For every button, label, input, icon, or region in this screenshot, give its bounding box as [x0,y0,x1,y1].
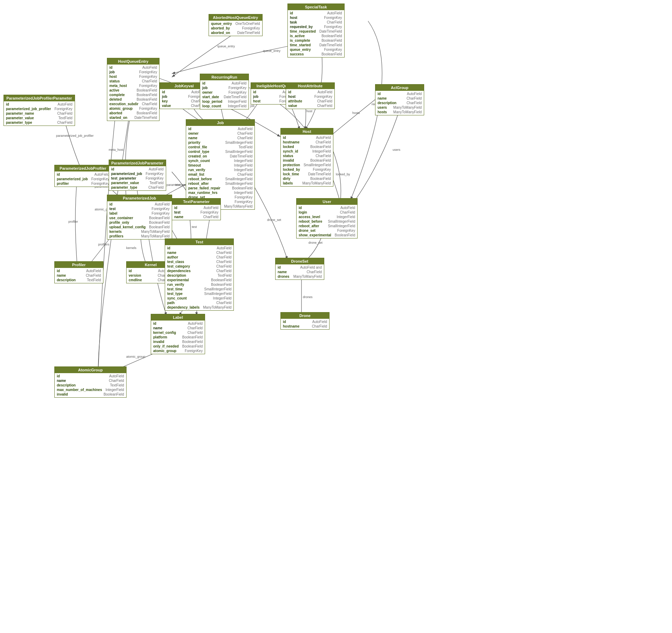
field-row: aborted_onDateTimeField [209,31,262,35]
field-name: deleted [109,97,122,101]
field-row: time_startedDateTimeField [288,43,344,47]
field-type: CharField [216,269,231,273]
field-row: hostForeignKey [286,94,334,99]
field-type: ManyToManyField [393,106,422,109]
field-name: created_on [188,154,207,158]
field-type: ManyToManyField [293,275,322,278]
field-name: hostname [283,324,299,328]
field-name: aborted_by [211,26,230,30]
svg-text:drone_set: drone_set [308,241,323,244]
field-row: atomic_groupForeignKey [151,349,205,353]
entity-body-hostattribute: idAutoFieldhostForeignKeyattributeCharFi… [286,89,334,109]
field-row: usersManyToManyField [375,105,424,110]
field-row: descriptionTextField [55,383,126,388]
field-row: dronesManyToManyField [276,274,324,279]
field-name: key [162,99,168,103]
field-type: BooleanField [211,278,231,282]
entity-header-parameterizedjobprofiler: ParameterizedJobProfiler [55,165,111,171]
entity-body-label: idAutoFieldnameCharFieldkernel_configCha… [151,321,205,354]
field-row: hostnameCharField [281,140,333,144]
field-type: DateTimeField [308,172,331,176]
entity-header-drone: Drone [281,312,329,319]
field-row: descriptionTextField [165,273,233,278]
field-name: meta_host [109,84,127,88]
svg-text:drone_set: drone_set [267,218,281,222]
entity-header-test: Test [165,239,233,245]
field-type: AutoField [94,173,109,176]
field-type: IntegerField [106,388,124,392]
field-name: dirty [283,177,291,181]
field-name: kernel_config [153,331,176,335]
field-name: run_verify [188,168,205,172]
svg-text:queue_entry: queue_entry [263,49,281,53]
entity-body-job: idAutoFieldownerCharFieldnameCharFieldpr… [186,126,254,209]
field-type: AutoField [217,246,231,250]
field-row: dependenciesCharField [165,269,233,273]
field-row: hostnameCharField [281,324,329,329]
field-row: hostForeignKey [107,74,159,79]
field-type: ForeignKey [152,207,170,211]
field-type: TextField [217,274,231,277]
svg-text:locked_by: locked_by [336,173,350,176]
field-type: CharField [237,132,252,135]
field-name: control_type [188,150,209,154]
field-row: parameter_valueTextField [109,181,166,185]
field-type: IntegerField [312,149,331,153]
field-type: ForeignKey [229,90,246,94]
field-row: idAutoField [281,319,329,324]
field-name: parameterized_job_profiler [6,107,51,111]
field-row: synch_countIntegerField [186,159,254,163]
field-type: ForeignKey [139,107,157,110]
field-type: BooleanField [137,111,157,115]
field-name: host [253,99,260,103]
entity-body-test: idAutoFieldnameCharFieldauthorCharFieldt… [165,245,233,310]
entity-header-aclgroup: AclGroup [375,85,424,91]
field-name: email_list [188,173,204,176]
field-row: loop_periodIntegerField [200,99,249,104]
field-type: IntegerField [234,159,253,163]
field-name: host [290,16,297,20]
field-row: sync_countIntegerField [165,296,233,301]
field-name: started_on [109,116,127,120]
field-row: invalidBooleanField [151,339,205,344]
field-type: ManyToManyField [224,204,252,208]
field-name: author [167,255,178,259]
field-type: CharField [327,20,342,24]
field-name: id [283,320,286,324]
field-name: atomic_group [153,349,176,353]
field-name: queue_entry [211,22,232,26]
field-type: BooleanField [149,216,169,220]
field-name: value [162,104,171,108]
field-row: idAutoField [297,206,357,210]
field-name: id [253,90,256,94]
field-type: BooleanField [182,344,203,348]
field-type: TextField [110,383,124,387]
entity-profiler: ProfileridAutoFieldnameCharFielddescript… [54,261,103,283]
field-type: ForeignKey [235,200,252,204]
field-type: CharField [340,210,355,214]
field-name: is_active [290,34,305,38]
field-row: nameCharField [172,215,220,219]
entity-body-profiler: idAutoFieldnameCharFielddescriptionTextF… [55,268,103,283]
field-name: use_container [109,216,133,220]
field-name: name [278,270,287,274]
field-type: CharField [57,121,72,124]
field-name: drones [278,275,289,278]
field-name: description [57,278,76,282]
entity-droneset: DroneSetidAutoField andnameCharFielddron… [275,258,324,280]
field-type: ForeignKey [235,195,252,199]
field-name: owner [202,90,212,94]
field-name: attribute [288,99,302,103]
svg-text:profilers: profilers [98,243,110,246]
field-row: idAutoField [186,127,254,131]
field-type: SmallIntegerField [225,150,253,154]
field-type: DateTimeField [319,43,342,47]
field-row: test_parameterForeignKey [109,176,166,181]
field-name: job [202,86,208,90]
field-name: parameter_type [111,186,137,189]
field-type: ManyToManyField [141,230,170,234]
entity-host: HostidAutoFieldhostnameCharFieldlockedBo… [280,128,333,187]
entity-body-user: idAutoFieldloginCharFieldaccess_levelInt… [297,205,357,238]
field-type: CharField [407,96,422,100]
field-row: jobForeignKey [107,70,159,74]
